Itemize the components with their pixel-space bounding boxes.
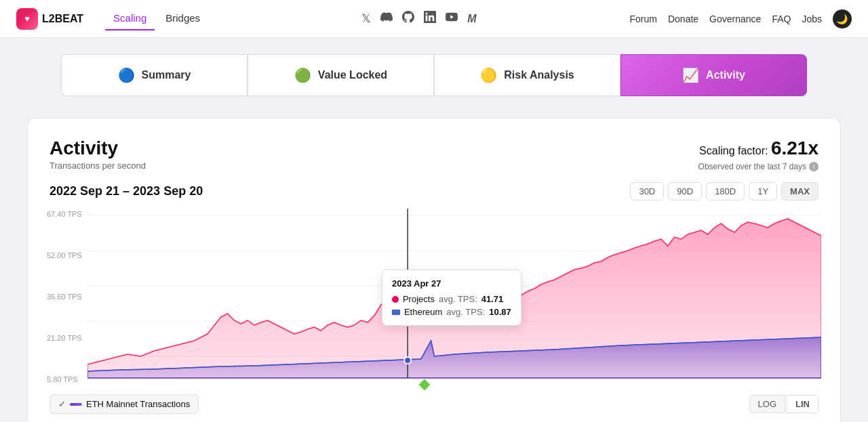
tab-summary-label: Summary <box>142 69 191 81</box>
scale-buttons: LOG LIN <box>749 395 818 413</box>
nav-social: 𝕏 M <box>361 11 476 26</box>
tab-value-locked[interactable]: 🟢 Value Locked <box>248 54 434 96</box>
legend-item-eth[interactable]: ✓ ETH Mainnet Transactions <box>50 394 199 414</box>
period-btn-180d[interactable]: 180D <box>706 182 745 201</box>
forum-link[interactable]: Forum <box>630 14 657 24</box>
scale-btn-lin[interactable]: LIN <box>787 395 818 413</box>
github-icon[interactable] <box>402 11 414 26</box>
tab-risk-analysis[interactable]: 🟡 Risk Analysis <box>434 54 620 96</box>
logo-text: L2BEAT <box>42 13 83 25</box>
chart-legend: ✓ ETH Mainnet Transactions LOG LIN <box>50 394 818 414</box>
svg-point-6 <box>404 319 411 326</box>
y-label-5: 5.80 TPS <box>47 375 82 383</box>
y-label-1: 67.40 TPS <box>47 210 82 218</box>
risk-analysis-icon: 🟡 <box>480 67 497 83</box>
jobs-link[interactable]: Jobs <box>802 14 822 24</box>
activity-header: Activity Transactions per second Scaling… <box>50 138 818 171</box>
value-locked-icon: 🟢 <box>294 67 311 83</box>
logo-icon: ♥ <box>16 8 38 30</box>
logo[interactable]: ♥ L2BEAT <box>16 8 83 30</box>
tabs: 🔵 Summary 🟢 Value Locked 🟡 Risk Analysis… <box>61 54 807 96</box>
scale-btn-log[interactable]: LOG <box>749 395 785 413</box>
donate-link[interactable]: Donate <box>668 14 698 24</box>
svg-point-7 <box>404 357 411 364</box>
scaling-factor-group: Scaling factor: 6.21x Observed over the … <box>698 138 818 171</box>
youtube-icon[interactable] <box>446 11 458 26</box>
activity-icon: 📈 <box>682 67 699 83</box>
nav-link-scaling[interactable]: Scaling <box>105 7 155 30</box>
tab-summary[interactable]: 🔵 Summary <box>61 54 248 96</box>
tab-value-locked-label: Value Locked <box>318 69 387 81</box>
y-label-2: 52.00 TPS <box>47 251 82 259</box>
discord-icon[interactable] <box>380 11 393 26</box>
period-buttons: 30D 90D 180D 1Y MAX <box>630 182 818 201</box>
governance-link[interactable]: Governance <box>709 14 761 24</box>
summary-icon: 🔵 <box>118 67 135 83</box>
faq-link[interactable]: FAQ <box>772 14 791 24</box>
activity-title: Activity <box>50 138 146 159</box>
nav-right: Forum Donate Governance FAQ Jobs 🌙 <box>630 9 852 28</box>
period-btn-1y[interactable]: 1Y <box>749 182 777 201</box>
activity-title-group: Activity Transactions per second <box>50 138 146 171</box>
period-btn-90d[interactable]: 90D <box>668 182 702 201</box>
date-range: 2022 Sep 21 – 2023 Sep 20 <box>50 184 203 198</box>
tab-activity[interactable]: 📈 Activity <box>620 54 807 96</box>
legend-check: ✓ <box>58 399 66 409</box>
medium-icon[interactable]: M <box>467 13 476 25</box>
info-icon[interactable]: i <box>809 162 818 171</box>
period-btn-max[interactable]: MAX <box>781 182 818 201</box>
scaling-value: 6.21x <box>771 138 818 159</box>
y-axis-labels: 67.40 TPS 52.00 TPS 36.60 TPS 21.20 TPS … <box>47 209 82 385</box>
main-content: Activity Transactions per second Scaling… <box>0 96 868 422</box>
y-label-3: 36.60 TPS <box>47 293 82 301</box>
linkedin-icon[interactable] <box>424 11 436 26</box>
twitter-icon[interactable]: 𝕏 <box>361 12 371 26</box>
tab-activity-label: Activity <box>706 69 745 81</box>
dark-mode-toggle[interactable]: 🌙 <box>833 9 852 28</box>
period-btn-30d[interactable]: 30D <box>630 182 664 201</box>
legend-label: ETH Mainnet Transactions <box>86 399 190 409</box>
legend-bar <box>70 403 82 406</box>
date-range-row: 2022 Sep 21 – 2023 Sep 20 30D 90D 180D 1… <box>50 182 818 201</box>
scaling-observed: Observed over the last 7 days i <box>698 162 818 171</box>
activity-card: Activity Transactions per second Scaling… <box>27 118 841 422</box>
navigation: ♥ L2BEAT Scaling Bridges 𝕏 M Forum Donat… <box>0 0 868 38</box>
y-label-4: 21.20 TPS <box>47 334 82 342</box>
nav-link-bridges[interactable]: Bridges <box>157 7 208 30</box>
chart-area: 67.40 TPS 52.00 TPS 36.60 TPS 21.20 TPS … <box>47 209 821 385</box>
tab-risk-analysis-label: Risk Analysis <box>504 69 574 81</box>
chart-svg <box>87 209 821 385</box>
scaling-label: Scaling factor: <box>699 145 768 156</box>
nav-links: Scaling Bridges <box>105 7 208 30</box>
tabs-container: 🔵 Summary 🟢 Value Locked 🟡 Risk Analysis… <box>0 38 868 96</box>
activity-subtitle: Transactions per second <box>50 161 146 171</box>
